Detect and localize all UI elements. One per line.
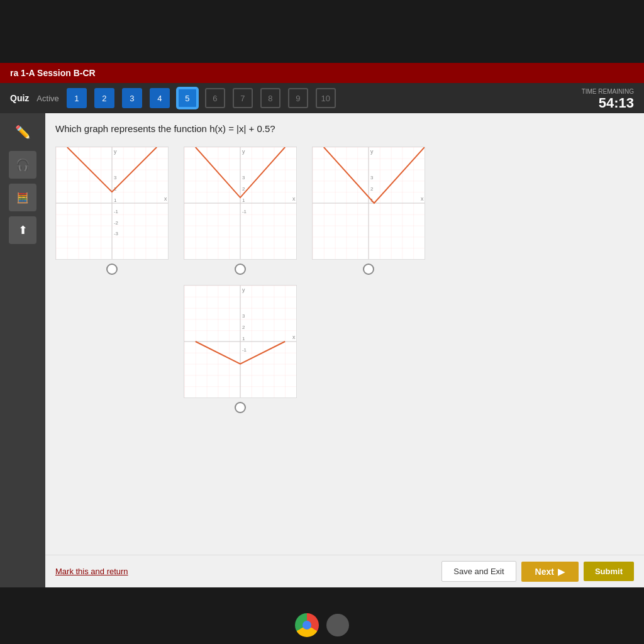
question-text: Which graph represents the function h(x)… (55, 123, 634, 134)
svg-text:x: x (421, 196, 424, 202)
graph-option-3: x y 3 2 1 (312, 147, 425, 275)
taskbar (0, 606, 644, 644)
svg-text:x: x (164, 196, 167, 202)
bottom-actions: Save and Exit Next ▶ Submit (441, 561, 634, 582)
chrome-taskbar-icon[interactable] (295, 613, 319, 637)
svg-text:1: 1 (114, 197, 117, 203)
pencil-tool[interactable]: ✏️ (9, 118, 36, 146)
svg-text:3: 3 (370, 175, 374, 180)
question-number-6[interactable]: 6 (205, 88, 225, 108)
graph-option-1: x y 3 2 1 -1 -2 -3 (55, 147, 169, 275)
svg-text:1: 1 (242, 197, 245, 203)
radio-4[interactable] (235, 402, 246, 413)
calculator-tool[interactable]: 🧮 (9, 184, 36, 211)
graph-2: x y 3 2 1 -1 (184, 147, 297, 260)
question-number-4[interactable]: 4 (150, 88, 170, 108)
svg-text:x: x (292, 196, 296, 202)
next-arrow-icon: ▶ (558, 567, 565, 577)
svg-text:2: 2 (242, 325, 245, 330)
svg-text:x: x (292, 334, 296, 340)
app-header: ra 1-A Session B-CR (0, 63, 644, 83)
graph-option-2: x y 3 2 1 -1 (184, 147, 297, 275)
arrow-up-tool[interactable]: ⬆ (9, 216, 36, 244)
svg-text:-1: -1 (114, 209, 119, 214)
svg-text:y: y (370, 148, 374, 155)
svg-text:-1: -1 (242, 347, 247, 353)
bottom-bar: Mark this and return Save and Exit Next … (45, 555, 644, 587)
question-number-5[interactable]: 5 (177, 88, 197, 108)
graph-option-4: x y 3 2 1 -1 (184, 285, 297, 413)
question-number-10[interactable]: 10 (316, 88, 336, 108)
graph-1-svg: x y 3 2 1 -1 -2 -3 (56, 147, 168, 259)
graph-4-svg: x y 3 2 1 -1 (184, 286, 296, 397)
left-sidebar: ✏️ 🎧 🧮 ⬆ (0, 113, 45, 587)
graph-1: x y 3 2 1 -1 -2 -3 (55, 147, 169, 260)
svg-text:3: 3 (114, 175, 117, 180)
active-label: Active (36, 94, 58, 103)
graphs-row-1: x y 3 2 1 -1 -2 -3 (55, 147, 634, 275)
other-taskbar-icon[interactable] (326, 614, 349, 636)
radio-3[interactable] (363, 264, 374, 275)
quiz-toolbar: Quiz Active 1 2 3 4 5 6 7 8 9 10 TIME RE… (0, 83, 644, 113)
headphones-tool[interactable]: 🎧 (9, 151, 36, 179)
question-number-1[interactable]: 1 (67, 88, 87, 108)
graphs-row-2: x y 3 2 1 -1 (55, 285, 634, 413)
svg-text:-1: -1 (242, 209, 247, 214)
svg-text:-3: -3 (114, 231, 119, 236)
svg-text:2: 2 (242, 186, 245, 192)
header-title: ra 1-A Session B-CR (10, 68, 96, 78)
graph-3: x y 3 2 1 (312, 147, 425, 260)
graph-3-svg: x y 3 2 1 (313, 147, 425, 259)
question-number-7[interactable]: 7 (233, 88, 253, 108)
time-label: TIME REMAINING (582, 88, 634, 95)
radio-2[interactable] (235, 264, 246, 275)
question-number-2[interactable]: 2 (94, 88, 114, 108)
svg-text:y: y (242, 148, 245, 155)
main-content: Which graph represents the function h(x)… (45, 113, 644, 587)
save-exit-button[interactable]: Save and Exit (441, 561, 516, 582)
svg-text:-2: -2 (114, 220, 118, 226)
radio-1[interactable] (106, 264, 118, 275)
time-remaining: TIME REMAINING 54:13 (582, 88, 634, 111)
time-value: 54:13 (582, 95, 634, 111)
question-number-9[interactable]: 9 (288, 88, 308, 108)
svg-text:3: 3 (242, 175, 245, 180)
graphs-container: x y 3 2 1 -1 -2 -3 (55, 147, 634, 413)
next-label: Next (535, 567, 554, 577)
svg-text:1: 1 (242, 336, 245, 341)
svg-text:y: y (242, 287, 245, 293)
submit-button[interactable]: Submit (584, 562, 634, 581)
graph-4: x y 3 2 1 -1 (184, 285, 297, 398)
quiz-label: Quiz (10, 93, 29, 103)
mark-return-link[interactable]: Mark this and return (55, 567, 128, 576)
question-number-3[interactable]: 3 (122, 88, 142, 108)
svg-text:y: y (114, 148, 117, 155)
svg-text:2: 2 (370, 186, 373, 192)
next-button[interactable]: Next ▶ (521, 562, 579, 582)
question-number-8[interactable]: 8 (260, 88, 280, 108)
graph-2-svg: x y 3 2 1 -1 (184, 147, 296, 259)
svg-text:3: 3 (242, 313, 245, 319)
